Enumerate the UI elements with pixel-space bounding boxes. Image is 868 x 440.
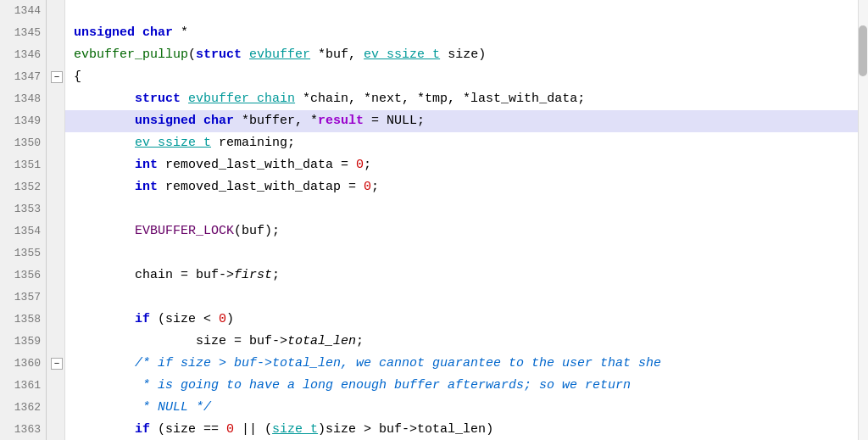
type-name: evbuffer_chain bbox=[188, 92, 295, 106]
code-line: struct evbuffer_chain *chain, *next, *tm… bbox=[65, 88, 868, 110]
code-line bbox=[65, 0, 868, 22]
line-number: 1363 bbox=[0, 419, 47, 440]
table-row: 1356 chain = buf->first; bbox=[0, 265, 868, 287]
italic-code: first bbox=[234, 268, 272, 282]
code-text bbox=[74, 136, 135, 150]
code-text: removed_last_with_data = bbox=[158, 158, 356, 172]
keyword: unsigned char bbox=[74, 25, 173, 40]
line-number: 1346 bbox=[0, 44, 47, 66]
fold-gutter bbox=[47, 132, 65, 154]
scrollbar-thumb[interactable] bbox=[859, 25, 867, 76]
code-text bbox=[181, 92, 188, 106]
keyword: struct bbox=[135, 92, 181, 106]
line-number: 1360 bbox=[0, 353, 47, 375]
comment: * is going to have a long enough buffer … bbox=[74, 378, 631, 393]
keyword: if bbox=[135, 312, 150, 326]
code-text bbox=[242, 47, 249, 62]
code-line bbox=[65, 198, 868, 220]
number: 0 bbox=[226, 422, 234, 437]
code-text bbox=[74, 224, 135, 238]
line-number: 1347 bbox=[0, 66, 47, 88]
table-row: 1357 bbox=[0, 287, 868, 309]
code-text: ) bbox=[226, 312, 234, 326]
code-text bbox=[74, 312, 135, 326]
table-row: 1354 EVBUFFER_LOCK(buf); bbox=[0, 220, 868, 242]
comment: /* if size > buf->total_len, we cannot g… bbox=[74, 356, 661, 370]
line-number: 1357 bbox=[0, 287, 47, 309]
code-text: ; bbox=[371, 180, 379, 194]
line-number: 1345 bbox=[0, 22, 47, 44]
table-row: 1355 bbox=[0, 242, 868, 265]
code-line: EVBUFFER_LOCK(buf); bbox=[65, 220, 868, 242]
fold-gutter bbox=[47, 242, 65, 265]
line-number: 1349 bbox=[0, 110, 47, 132]
code-line: size = buf->total_len; bbox=[65, 331, 868, 353]
fold-gutter bbox=[47, 0, 65, 22]
line-number: 1355 bbox=[0, 242, 47, 265]
code-text: * bbox=[173, 25, 188, 40]
keyword: int bbox=[135, 158, 158, 172]
line-number: 1358 bbox=[0, 309, 47, 331]
fold-gutter: − bbox=[47, 353, 65, 375]
code-text: ( bbox=[188, 47, 196, 62]
type-name: ev_ssize_t bbox=[364, 47, 440, 62]
code-line: int removed_last_with_datap = 0; bbox=[65, 176, 868, 198]
line-number: 1354 bbox=[0, 220, 47, 242]
line-number: 1353 bbox=[0, 198, 47, 220]
comment: * NULL */ bbox=[74, 400, 211, 415]
fold-gutter bbox=[47, 22, 65, 44]
line-number: 1344 bbox=[0, 0, 47, 22]
code-text: ; bbox=[356, 334, 364, 348]
number: 0 bbox=[219, 312, 226, 326]
fold-gutter bbox=[47, 198, 65, 220]
table-row: 1350 ev_ssize_t remaining; bbox=[0, 132, 868, 154]
line-number: 1348 bbox=[0, 88, 47, 110]
table-row: 1346evbuffer_pullup(struct evbuffer *buf… bbox=[0, 44, 868, 66]
fold-gutter bbox=[47, 287, 65, 309]
line-number: 1350 bbox=[0, 132, 47, 154]
function-name: evbuffer_pullup bbox=[74, 47, 188, 62]
code-line: if (size == 0 || (size_t)size > buf->tot… bbox=[65, 419, 868, 440]
line-number: 1361 bbox=[0, 375, 47, 397]
code-text: (buf); bbox=[234, 224, 280, 238]
scrollbar-vertical[interactable] bbox=[858, 0, 868, 440]
fold-gutter bbox=[47, 154, 65, 176]
table-row: 1348 struct evbuffer_chain *chain, *next… bbox=[0, 88, 868, 110]
line-number: 1352 bbox=[0, 176, 47, 198]
table-row: 1344 bbox=[0, 0, 868, 22]
code-line: unsigned char * bbox=[65, 22, 868, 44]
code-text bbox=[74, 180, 135, 194]
type-name: ev_ssize_t bbox=[135, 136, 211, 150]
fold-gutter: − bbox=[47, 66, 65, 88]
table-row: 1362 * NULL */ bbox=[0, 397, 868, 419]
code-line: * is going to have a long enough buffer … bbox=[65, 375, 868, 397]
keyword: unsigned char bbox=[135, 114, 234, 128]
code-line bbox=[65, 287, 868, 309]
code-text: )size > buf->total_len) bbox=[318, 422, 493, 437]
keyword: struct bbox=[196, 47, 242, 62]
number: 0 bbox=[364, 180, 371, 194]
fold-gutter bbox=[47, 331, 65, 353]
fold-gutter bbox=[47, 309, 65, 331]
code-line: unsigned char *buffer, *result = NULL; bbox=[65, 110, 868, 132]
type-name: size_t bbox=[272, 422, 318, 437]
code-line bbox=[65, 242, 868, 265]
code-text: removed_last_with_datap = bbox=[158, 180, 364, 194]
code-text: ; bbox=[272, 268, 280, 282]
code-text bbox=[74, 422, 135, 437]
macro-name: EVBUFFER_LOCK bbox=[135, 224, 234, 238]
code-text bbox=[74, 158, 135, 172]
code-text: (size == bbox=[150, 422, 226, 437]
fold-gutter bbox=[47, 44, 65, 66]
type-name: evbuffer bbox=[249, 47, 310, 62]
keyword: if bbox=[135, 422, 150, 437]
table-row: 1360− /* if size > buf->total_len, we ca… bbox=[0, 353, 868, 375]
fold-gutter bbox=[47, 419, 65, 440]
table-row: 1347−{ bbox=[0, 66, 868, 88]
fold-button[interactable]: − bbox=[51, 71, 63, 83]
fold-button[interactable]: − bbox=[51, 358, 63, 370]
table-row: 1345unsigned char * bbox=[0, 22, 868, 44]
fold-gutter bbox=[47, 110, 65, 132]
line-number: 1351 bbox=[0, 154, 47, 176]
table-row: 1363 if (size == 0 || (size_t)size > buf… bbox=[0, 419, 868, 440]
